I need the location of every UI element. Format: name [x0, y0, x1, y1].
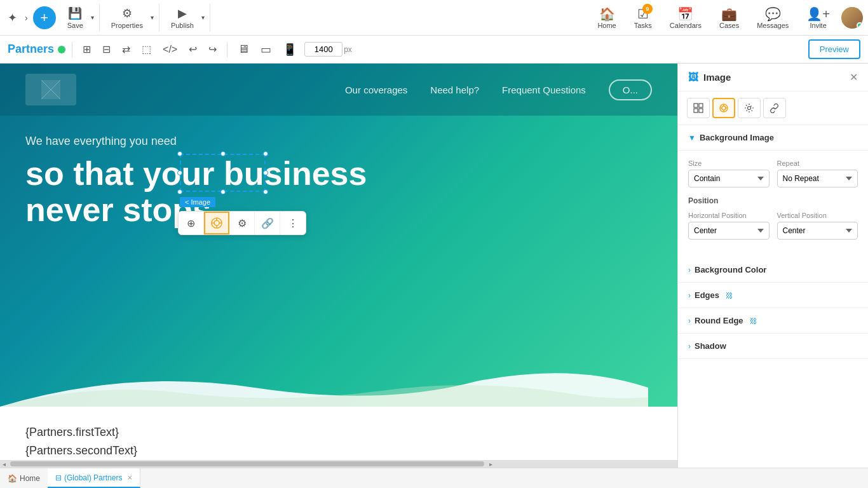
chevron-right-icon-2: ›	[688, 291, 691, 300]
bottom-tab-partners[interactable]: ⊟ (Global) Partners ×	[48, 468, 140, 488]
chevron-right-icon-3: ›	[688, 316, 691, 325]
canvas-inner[interactable]: Image ⊕	[0, 64, 677, 468]
hero-section[interactable]: Image ⊕	[0, 64, 677, 407]
edges-section[interactable]: › Edges ⛓	[678, 283, 868, 308]
publish-dropdown[interactable]: ▾	[200, 11, 206, 24]
publish-button[interactable]: ▶ Publish	[166, 4, 199, 32]
calendars-nav[interactable]: 📅 Calendars	[663, 4, 708, 32]
properties-dropdown[interactable]: ▾	[149, 11, 155, 24]
background-image-header[interactable]: ▼ Background Image	[678, 125, 868, 151]
back-icon[interactable]: ✦	[5, 8, 20, 27]
position-label: Position	[688, 196, 858, 205]
bottom-home[interactable]: 🏠 Home	[0, 468, 48, 488]
logo-image-placeholder	[41, 80, 60, 99]
svg-rect-12	[699, 109, 703, 112]
routing-btn[interactable]: ⇄	[118, 41, 134, 58]
element-move-btn[interactable]: ⊕	[179, 212, 204, 234]
canvas-scroll-wrap: Image ⊕	[0, 64, 677, 468]
panel-title: 🖼 Image	[688, 72, 731, 83]
page-title: Partners	[8, 43, 54, 56]
svg-rect-11	[694, 109, 698, 112]
online-status-dot	[857, 22, 863, 29]
svg-point-14	[722, 106, 726, 110]
scroll-thumb[interactable]	[10, 461, 484, 466]
logo-placeholder[interactable]	[25, 74, 76, 105]
size-select[interactable]: Contain Cover Auto 100%	[688, 170, 770, 187]
tab-link[interactable]	[763, 98, 786, 118]
shadow-label: Shadow	[695, 341, 726, 351]
invite-icon: 👤+	[806, 6, 830, 22]
tab-settings[interactable]	[738, 98, 761, 118]
code-btn[interactable]: </>	[159, 41, 181, 58]
vpos-label: Vertical Position	[777, 212, 858, 219]
hero-nav: Our coverages Need help? Frequent Questi…	[0, 64, 677, 116]
content-var1: {Partners.firstText}	[25, 426, 652, 439]
position-row: Horizontal Position Center Left Right Ve…	[688, 212, 858, 240]
width-input[interactable]	[304, 42, 342, 57]
element-more-btn[interactable]: ⋮	[280, 212, 306, 234]
background-color-label: Background Color	[695, 265, 766, 274]
nav-link-btn[interactable]: O...	[609, 79, 652, 100]
avatar[interactable]	[841, 7, 863, 29]
mobile-view-btn[interactable]: 📱	[279, 40, 301, 59]
home-nav[interactable]: 🏠 Home	[591, 4, 622, 32]
messages-nav[interactable]: 💬 Messages	[750, 4, 795, 32]
hpos-select[interactable]: Center Left Right	[688, 222, 770, 240]
nav-link-faq[interactable]: Frequent Questions	[502, 85, 586, 95]
tab-layout[interactable]	[687, 98, 710, 118]
nav-link-coverages[interactable]: Our coverages	[345, 85, 407, 95]
scroll-left[interactable]: ◂	[0, 461, 8, 468]
round-edge-section[interactable]: › Round Edge ⛓	[678, 308, 868, 334]
forward-icon[interactable]: ›	[22, 10, 31, 25]
cases-nav[interactable]: 💼 Cases	[713, 4, 745, 32]
element-toolbar: ⊕ ⚙	[178, 211, 306, 235]
chevron-right-icon: ›	[688, 266, 691, 274]
redo-btn[interactable]: ↪	[205, 41, 220, 58]
width-control: px	[304, 42, 352, 57]
grid-view-btn[interactable]: ⊞	[79, 41, 95, 58]
panel-header: 🖼 Image ✕	[678, 64, 868, 92]
bottom-tab-close[interactable]: ×	[127, 473, 132, 482]
repeat-select[interactable]: No Repeat Repeat Repeat X Repeat Y	[777, 170, 858, 187]
add-button[interactable]: +	[33, 6, 56, 29]
save-dropdown[interactable]: ▾	[90, 11, 95, 24]
properties-group: ⚙ Properties ▾	[102, 4, 159, 32]
tasks-badge: 9	[642, 4, 653, 14]
undo-btn[interactable]: ↩	[185, 41, 201, 58]
panel-close-button[interactable]: ✕	[850, 71, 858, 83]
hpos-col: Horizontal Position Center Left Right	[688, 212, 770, 240]
tablet-view-btn[interactable]: ▭	[257, 40, 275, 59]
save-button[interactable]: 💾 Save	[62, 4, 88, 32]
invite-nav[interactable]: 👤+ Invite	[800, 4, 836, 32]
toolbar-left: ✦ › + 💾 Save ▾ ⚙ Properties ▾ ▶ Publish …	[5, 4, 210, 32]
horizontal-scrollbar[interactable]: ◂ ▸	[0, 460, 677, 468]
tasks-badge-wrap: ☑ 9	[637, 6, 649, 22]
hero-nav-links: Our coverages Need help? Frequent Questi…	[345, 79, 652, 100]
nav-link-help[interactable]: Need help?	[430, 85, 479, 95]
properties-icon: ⚙	[122, 6, 132, 20]
edges-link-icon: ⛓	[726, 292, 733, 299]
chevron-right-icon-4: ›	[688, 342, 691, 351]
hpos-label: Horizontal Position	[688, 212, 770, 219]
desktop-view-btn[interactable]: 🖥	[234, 40, 253, 58]
divider2	[227, 42, 227, 57]
save-group: 💾 Save ▾	[58, 4, 100, 32]
element-image-btn[interactable]	[204, 212, 229, 234]
scroll-right[interactable]: ▸	[487, 461, 494, 468]
properties-button[interactable]: ⚙ Properties	[106, 4, 148, 32]
element-link-btn[interactable]: 🔗	[255, 212, 280, 234]
selection-btn[interactable]: ⬚	[138, 41, 155, 58]
content-section: {Partners.firstText} {Partners.secondTex…	[0, 407, 677, 468]
background-color-section[interactable]: › Background Color	[678, 257, 868, 283]
shadow-section[interactable]: › Shadow	[678, 334, 868, 359]
panel-tabs	[678, 92, 868, 125]
tab-style[interactable]	[712, 98, 735, 118]
hero-title: so that your business never stops	[25, 156, 652, 228]
preview-button[interactable]: Preview	[808, 39, 860, 59]
edges-label: Edges	[695, 290, 719, 300]
layers-btn[interactable]: ⊟	[98, 41, 114, 58]
tasks-nav[interactable]: ☑ 9 Tasks	[628, 4, 658, 32]
vpos-select[interactable]: Center Top Bottom	[777, 222, 858, 240]
element-settings-btn[interactable]: ⚙	[229, 212, 255, 234]
style-icon	[719, 103, 729, 113]
